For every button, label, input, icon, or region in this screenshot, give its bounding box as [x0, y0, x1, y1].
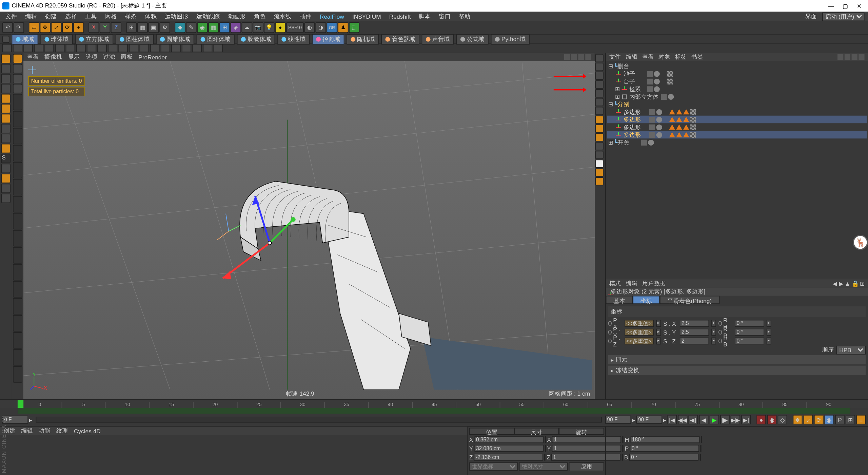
tool-group-7[interactable]: [13, 196, 22, 212]
rv-8[interactable]: [595, 116, 604, 124]
tool-d-icon[interactable]: ⬚: [349, 22, 359, 33]
scale-tool[interactable]: ⤢: [51, 22, 61, 33]
menu-mograph[interactable]: 运动图形: [163, 12, 190, 20]
prev-frame-button[interactable]: ◀|: [689, 415, 698, 424]
tool-group-13[interactable]: [13, 298, 22, 315]
timeline-range-slider[interactable]: [36, 417, 602, 422]
menu-redshift[interactable]: Redshift: [388, 13, 413, 20]
layout-select[interactable]: 启动 (用户): [822, 12, 865, 21]
y-axis-button[interactable]: Y: [100, 22, 110, 33]
mt-2[interactable]: [13, 44, 22, 52]
vp-nav-1[interactable]: [564, 54, 570, 60]
tool-group-5[interactable]: [13, 162, 22, 178]
attr-menu-userdata[interactable]: 用户数据: [642, 279, 666, 287]
field-cone[interactable]: 圆锥体域: [156, 34, 194, 44]
3d-viewport[interactable]: Number of emitters: 0 Total live particl…: [23, 61, 595, 399]
field-sound[interactable]: 声音域: [422, 34, 454, 44]
record-button[interactable]: ●: [756, 415, 766, 424]
environment-button[interactable]: ☁: [242, 22, 252, 33]
vp-menu-filter[interactable]: 过滤: [103, 53, 115, 61]
workplane-button[interactable]: [1, 84, 11, 93]
attr-menu-mode[interactable]: 模式: [609, 279, 621, 287]
key-rot-button[interactable]: ⟳: [814, 415, 824, 424]
vp-menu-camera[interactable]: 摄像机: [44, 53, 62, 61]
generator-button[interactable]: ◉: [197, 22, 208, 33]
om-item-pool[interactable]: 池子: [607, 70, 867, 77]
last-tool[interactable]: +: [73, 22, 84, 33]
om-poly-2[interactable]: 多边形: [607, 116, 867, 123]
tool-group-9[interactable]: [13, 230, 22, 246]
axis-mode-button[interactable]: [1, 124, 11, 133]
mt-5[interactable]: [44, 44, 54, 52]
vp-menu-panel[interactable]: 面板: [121, 53, 133, 61]
bc-pos-y[interactable]: [474, 445, 544, 452]
primitive-cube-button[interactable]: ◆: [175, 22, 185, 33]
tool-group-4[interactable]: [13, 145, 22, 161]
mt-8[interactable]: [76, 44, 86, 52]
tool-b-icon[interactable]: ◑: [316, 22, 326, 33]
rv-3[interactable]: [595, 72, 604, 80]
rv-10[interactable]: [595, 133, 604, 141]
mt-18[interactable]: [182, 44, 191, 52]
tool-group-16[interactable]: [13, 349, 22, 365]
subdivision-button[interactable]: ▦: [208, 22, 219, 33]
key-param-button[interactable]: ◉: [825, 415, 834, 424]
lasso-select-icon[interactable]: [13, 74, 22, 83]
menu-plugins[interactable]: 插件: [298, 12, 313, 20]
attr-menu-edit[interactable]: 编辑: [626, 279, 638, 287]
om-menu-tags[interactable]: 标签: [675, 53, 687, 61]
field-capsule[interactable]: 胶囊体域: [237, 34, 275, 44]
tool-group-17[interactable]: [13, 366, 22, 382]
quantize-button[interactable]: [1, 174, 11, 183]
vp-nav-4[interactable]: [585, 54, 591, 60]
menu-insydium[interactable]: INSYDIUM: [351, 13, 383, 20]
tool-c-icon[interactable]: ♟: [338, 22, 348, 33]
key-scale-button[interactable]: ⤢: [804, 415, 813, 424]
tool-group-6[interactable]: [13, 179, 22, 195]
x-axis-button[interactable]: X: [88, 22, 99, 33]
mt-15[interactable]: [150, 44, 160, 52]
bc-space-select[interactable]: 世界坐标: [469, 462, 518, 471]
attr-nav-up[interactable]: ▲: [845, 280, 850, 287]
menu-volume[interactable]: 体积: [143, 12, 158, 20]
coord-system-button[interactable]: ⊞: [126, 22, 137, 33]
mt-9[interactable]: [87, 44, 96, 52]
spline-pen-button[interactable]: ✎: [186, 22, 196, 33]
rot-p-spin[interactable]: ▸: [767, 329, 771, 336]
tool-or-icon[interactable]: OR: [327, 22, 337, 33]
object-manager[interactable]: ⊟┗删台 池子 台子 ⊞毯紧 ⊞内部立方体 ⊟┗分别 多边形 多边形 多边形 多…: [606, 61, 868, 279]
close-button[interactable]: ✕: [856, 3, 862, 9]
key-opts-button[interactable]: ⊞: [846, 415, 855, 424]
om-opt-3[interactable]: [859, 54, 864, 60]
snap-settings-button[interactable]: [1, 164, 11, 173]
scale-y-input[interactable]: [680, 329, 709, 336]
field-sphere[interactable]: 球体域: [40, 34, 73, 44]
menu-motiontrack[interactable]: 运动跟踪: [195, 12, 222, 20]
keyframe-sel-button[interactable]: ◇: [778, 415, 787, 424]
field-formula[interactable]: 公式域: [456, 34, 489, 44]
field-random[interactable]: 随机域: [347, 34, 379, 44]
om-poly-1[interactable]: 多边形: [607, 108, 867, 115]
tool-group-10[interactable]: [13, 247, 22, 263]
vp-nav-2[interactable]: [571, 54, 577, 60]
mt-17[interactable]: [171, 44, 181, 52]
rv-5[interactable]: [595, 89, 604, 97]
tool-group-2[interactable]: [13, 111, 22, 127]
tool-group-3[interactable]: [13, 128, 22, 144]
attr-freeze-section[interactable]: ▸冻结变换: [608, 366, 866, 375]
key-pla-button[interactable]: P: [835, 415, 845, 424]
menu-spline[interactable]: 样条: [123, 12, 138, 20]
tool-group-8[interactable]: [13, 213, 22, 229]
mt-3[interactable]: [23, 44, 33, 52]
timeline-end-input[interactable]: [605, 416, 631, 424]
rv-12[interactable]: [595, 151, 604, 159]
menu-help[interactable]: 帮助: [457, 12, 472, 20]
tool-group-15[interactable]: [13, 332, 22, 348]
menu-character[interactable]: 角色: [252, 12, 268, 20]
scale-x-input[interactable]: [680, 320, 709, 327]
render-settings-button[interactable]: ⚙: [159, 22, 170, 33]
rot-h-spin[interactable]: ▸: [767, 320, 771, 327]
play-back-button[interactable]: ◀: [699, 415, 709, 424]
field-cylinder[interactable]: 圆柱体域: [116, 34, 154, 44]
bc-pos-x[interactable]: [474, 436, 544, 443]
